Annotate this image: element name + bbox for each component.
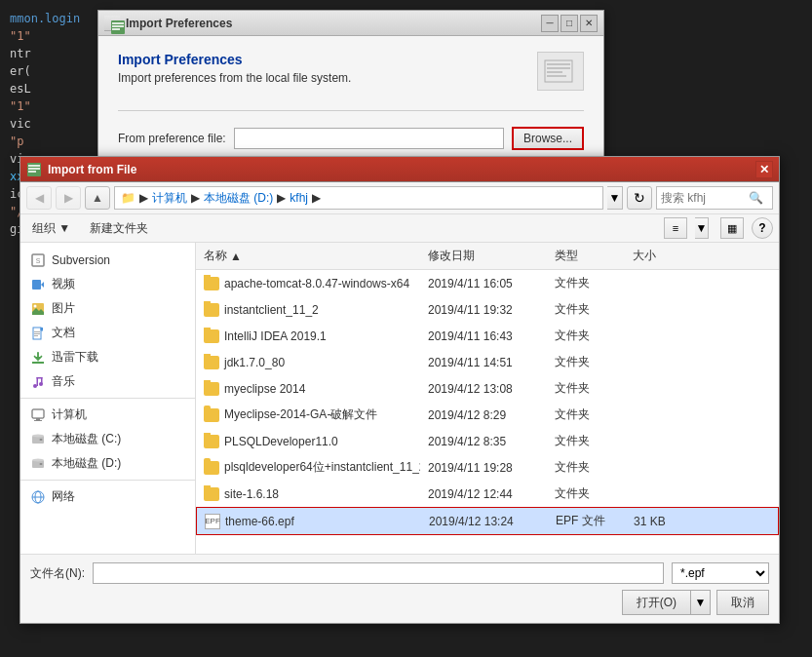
import-file-close-button[interactable]: ✕ [755, 161, 773, 178]
breadcrumb-icon: 📁 [121, 191, 135, 205]
file-name-text: IntelliJ IDEA 2019.1 [224, 329, 327, 343]
file-type-cell: 文件夹 [547, 405, 625, 425]
breadcrumb-separator1: ▶ [139, 191, 148, 205]
sidebar-label-music: 音乐 [52, 373, 75, 390]
sidebar-label-document: 文档 [52, 325, 75, 341]
table-row[interactable]: EPF theme-66.epf 2019/4/12 13:24 EPF 文件 … [196, 507, 779, 535]
table-row[interactable]: Myeclipse-2014-GA-破解文件 2019/4/12 8:29 文件… [196, 402, 779, 428]
file-name-cell: site-1.6.18 [196, 485, 420, 503]
close-button[interactable]: ✕ [580, 15, 598, 32]
svg-rect-7 [547, 71, 562, 73]
dialog-description: Import preferences from the local file s… [118, 71, 351, 85]
preference-file-input[interactable] [234, 128, 504, 149]
preference-row: From preference file: Browse... [118, 127, 584, 150]
pane-toggle-button[interactable]: ▦ [720, 217, 744, 239]
file-name-cell: EPF theme-66.epf [197, 512, 421, 531]
file-content: S Subversion 视频 图片 文档 [20, 243, 779, 554]
sidebar-item-computer[interactable]: 计算机 [20, 403, 195, 427]
help-button[interactable]: ? [752, 217, 773, 239]
file-date-cell: 2019/4/12 13:24 [421, 513, 548, 530]
maximize-button[interactable]: □ [561, 15, 578, 32]
sidebar-item-image[interactable]: 图片 [20, 296, 195, 321]
sidebar-item-video[interactable]: 视频 [20, 272, 195, 296]
filename-input[interactable] [93, 562, 664, 584]
file-type-cell: 文件夹 [547, 326, 625, 346]
file-size-cell [625, 282, 693, 286]
browse-button[interactable]: Browse... [512, 127, 584, 150]
svg-rect-5 [547, 63, 570, 65]
svg-rect-1 [112, 22, 124, 24]
open-button[interactable]: 打开(O) [622, 590, 691, 615]
file-type-cell: 文件夹 [547, 378, 625, 399]
file-name-text: instantclient_11_2 [224, 303, 319, 317]
file-name-text: PLSQLDeveloper11.0 [224, 435, 338, 448]
forward-button[interactable]: ▶ [56, 186, 81, 210]
cancel-button[interactable]: 取消 [716, 590, 769, 615]
view-dropdown[interactable]: ▼ [695, 217, 709, 239]
table-row[interactable]: PLSQLDeveloper11.0 2019/4/12 8:35 文件夹 [196, 428, 779, 454]
import-prefs-dialog-title: Import Preferences [126, 17, 232, 30]
table-row[interactable]: apache-tomcat-8.0.47-windows-x64 2019/4/… [196, 270, 779, 296]
file-date-cell: 2019/4/12 12:44 [420, 485, 547, 503]
file-name-text: myeclipse 2014 [224, 382, 305, 396]
svg-rect-34 [36, 418, 40, 420]
breadcrumb-kfhj[interactable]: kfhj [290, 191, 308, 205]
table-row[interactable]: myeclipse 2014 2019/4/12 13:08 文件夹 [196, 375, 779, 402]
import-preferences-dialog: Import Preferences ─ □ ✕ Import Preferen… [97, 10, 604, 171]
minimize-button[interactable]: ─ [541, 15, 559, 32]
sidebar-item-disk-c[interactable]: 本地磁盘 (C:) [20, 427, 195, 451]
file-name-cell: Myeclipse-2014-GA-破解文件 [196, 405, 420, 425]
table-row[interactable]: instantclient_11_2 2019/4/11 19:32 文件夹 [196, 296, 779, 323]
breadcrumb-sep4: ▶ [312, 191, 321, 205]
filetype-select[interactable]: *.epf [672, 562, 769, 584]
sidebar-item-music[interactable]: 音乐 [20, 369, 195, 394]
sidebar-item-document[interactable]: 文档 [20, 321, 195, 345]
sidebar-separator-1 [20, 398, 195, 399]
folder-icon [204, 487, 219, 501]
disk-d-icon [30, 456, 46, 472]
sidebar-item-download[interactable]: 迅雷下载 [20, 345, 195, 369]
breadcrumb-dropdown[interactable]: ▼ [607, 186, 623, 210]
col-header-size[interactable]: 大小 [625, 246, 693, 266]
sidebar-item-disk-d[interactable]: 本地磁盘 (D:) [20, 451, 195, 476]
table-row[interactable]: IntelliJ IDEA 2019.1 2019/4/11 16:43 文件夹 [196, 323, 779, 349]
up-button[interactable]: ▲ [85, 186, 110, 210]
import-file-dialog-title: Import from File [48, 163, 136, 176]
file-name-text: theme-66.epf [225, 515, 294, 528]
sidebar-label-subversion: Subversion [52, 253, 110, 267]
refresh-button[interactable]: ↻ [627, 186, 652, 210]
folder-icon [204, 277, 219, 290]
file-name-cell: PLSQLDeveloper11.0 [196, 433, 420, 450]
file-name-text: apache-tomcat-8.0.47-windows-x64 [224, 277, 409, 290]
sidebar-item-subversion[interactable]: S Subversion [20, 249, 195, 272]
table-row[interactable]: jdk1.7.0_80 2019/4/11 14:51 文件夹 [196, 349, 779, 375]
folder-icon [204, 356, 219, 369]
sidebar-label-download: 迅雷下载 [52, 349, 98, 366]
col-header-type[interactable]: 类型 [547, 246, 625, 266]
file-date-cell: 2019/4/11 16:43 [420, 328, 547, 345]
file-name-text: Myeclipse-2014-GA-破解文件 [224, 406, 377, 423]
col-header-name[interactable]: 名称 ▲ [196, 246, 420, 266]
import-file-win-controls: ✕ [755, 161, 773, 178]
breadcrumb-disk[interactable]: 本地磁盘 (D:) [204, 190, 273, 207]
file-size-cell [625, 466, 693, 470]
folder-icon [204, 303, 219, 317]
organize-button[interactable]: 组织 ▼ [26, 218, 76, 239]
search-icon[interactable]: 🔍 [749, 191, 763, 205]
back-button[interactable]: ◀ [26, 186, 52, 210]
svg-rect-6 [547, 67, 570, 69]
breadcrumb-computer[interactable]: 计算机 [152, 190, 187, 207]
file-name-cell: plsqldeveloper64位+instantclient_11_2 [196, 457, 420, 478]
table-row[interactable]: site-1.6.18 2019/4/12 12:44 文件夹 [196, 481, 779, 507]
view-button[interactable]: ≡ [664, 217, 687, 239]
table-row[interactable]: plsqldeveloper64位+instantclient_11_2 201… [196, 454, 779, 481]
new-folder-button[interactable]: 新建文件夹 [84, 218, 154, 239]
file-name-text: site-1.6.18 [224, 487, 279, 501]
folder-icon [204, 329, 219, 343]
open-dropdown-button[interactable]: ▼ [691, 590, 711, 615]
file-name-cell: IntelliJ IDEA 2019.1 [196, 328, 420, 345]
filename-label: 文件名(N): [30, 565, 85, 582]
search-input[interactable] [661, 191, 749, 205]
col-header-date[interactable]: 修改日期 [420, 246, 547, 266]
sidebar-item-network[interactable]: 网络 [20, 484, 195, 509]
